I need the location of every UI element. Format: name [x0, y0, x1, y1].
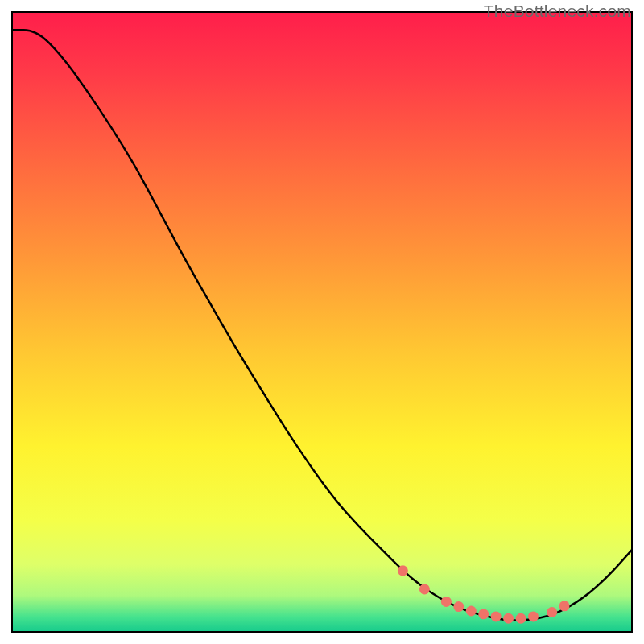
- marker-dot: [441, 597, 452, 607]
- marker-dot: [559, 601, 570, 611]
- plot-area: [11, 11, 633, 633]
- marker-dot: [491, 611, 502, 621]
- marker-dot: [398, 565, 408, 576]
- marker-dot: [503, 613, 514, 624]
- chart-container: TheBottleneck.com: [0, 0, 644, 644]
- marker-dot: [528, 611, 539, 621]
- marker-dot: [516, 613, 526, 624]
- marker-dot: [453, 601, 464, 612]
- watermark-text: TheBottleneck.com: [484, 2, 631, 21]
- marker-dot: [419, 584, 430, 594]
- bottleneck-chart: [11, 11, 633, 633]
- marker-dot: [478, 609, 489, 619]
- marker-dot: [547, 607, 557, 617]
- gradient-background: [11, 11, 633, 633]
- marker-dot: [466, 605, 477, 616]
